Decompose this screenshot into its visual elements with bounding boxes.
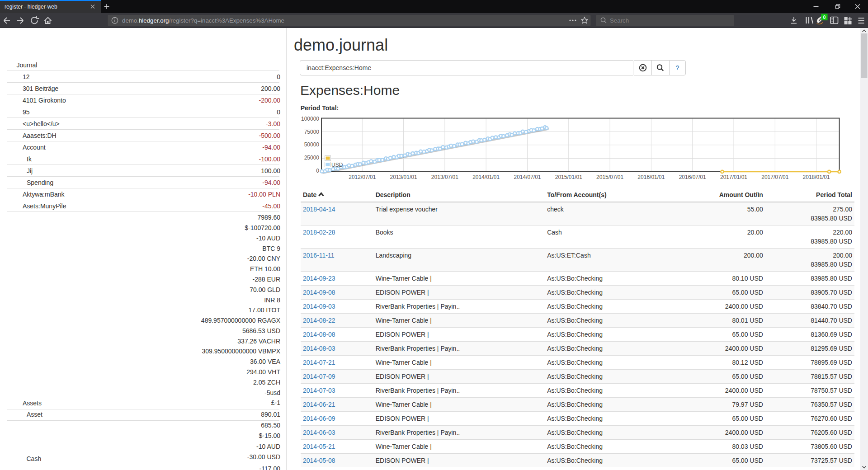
svg-text:50000: 50000 (304, 141, 320, 148)
svg-text:2016/07/01: 2016/07/01 (679, 174, 706, 180)
svg-text:2014/01/01: 2014/01/01 (472, 174, 500, 180)
svg-text:0: 0 (823, 14, 826, 20)
svg-text:?: ? (676, 64, 679, 71)
svg-text:2014/07/01: 2014/07/01 (514, 174, 541, 180)
svg-text:demo.hledger.org/register?q=in: demo.hledger.org/register?q=inacct%3AExp… (122, 17, 284, 24)
svg-text:75000: 75000 (304, 129, 320, 135)
svg-text:2017/07/01: 2017/07/01 (761, 174, 788, 180)
svg-text:0: 0 (316, 168, 319, 174)
svg-text:2012/07/01: 2012/07/01 (349, 174, 376, 180)
svg-text:2017/01/01: 2017/01/01 (720, 174, 747, 180)
svg-text:2013/07/01: 2013/07/01 (431, 174, 458, 180)
svg-text:register - hledger-web: register - hledger-web (5, 4, 57, 10)
svg-text:2018/01/01: 2018/01/01 (803, 174, 830, 180)
svg-text:2015/07/01: 2015/07/01 (596, 174, 623, 180)
svg-text:100000: 100000 (301, 116, 319, 122)
svg-text:Search: Search (610, 17, 629, 24)
svg-text:25000: 25000 (304, 155, 320, 161)
svg-text:2015/01/01: 2015/01/01 (555, 174, 582, 180)
svg-text:2016/01/01: 2016/01/01 (637, 174, 665, 180)
svg-text:USD: USD (331, 162, 343, 168)
svg-text:2013/01/01: 2013/01/01 (390, 174, 417, 180)
